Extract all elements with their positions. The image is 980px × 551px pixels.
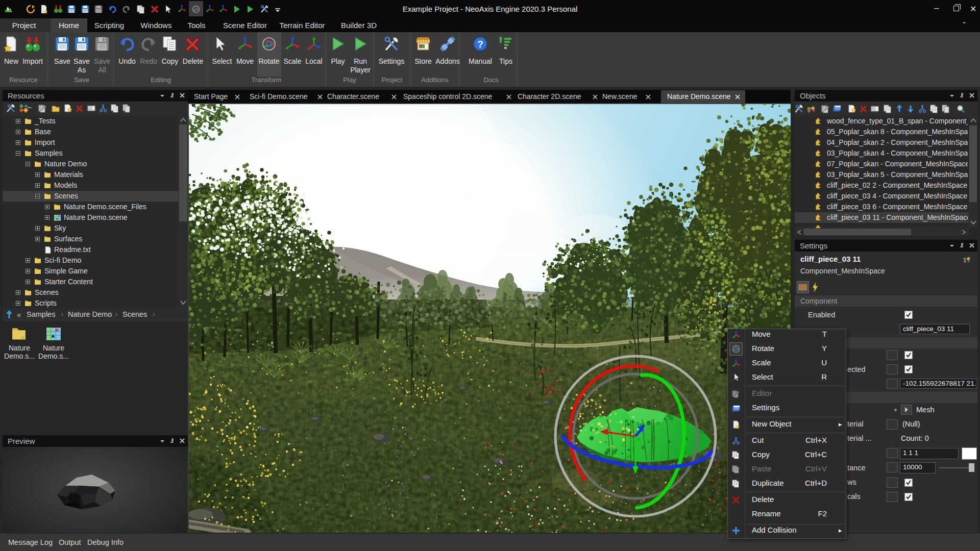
svg-text:x: x [873, 107, 874, 110]
svg-text:?: ? [477, 39, 483, 49]
svg-text:x: x [89, 107, 91, 110]
